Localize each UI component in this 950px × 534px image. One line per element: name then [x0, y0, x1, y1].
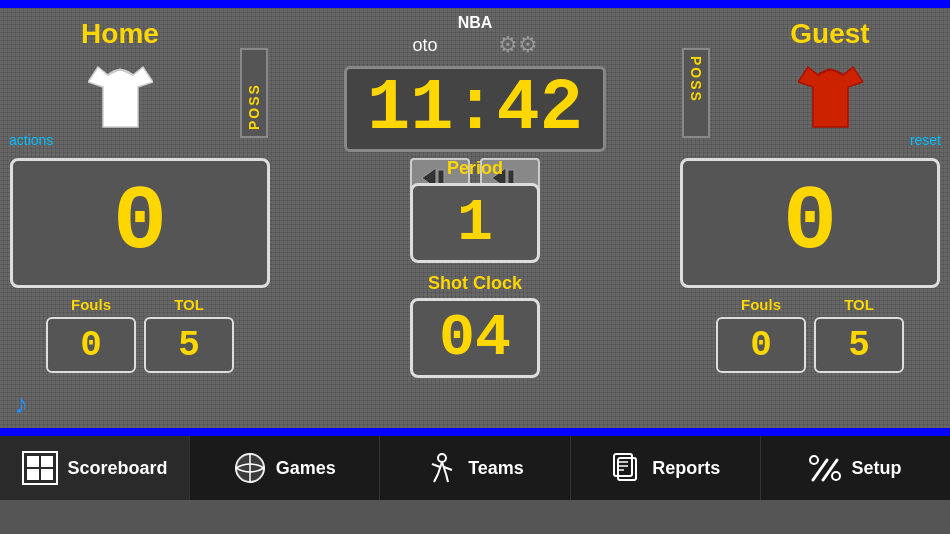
- teams-icon: [426, 452, 458, 484]
- shot-clock-value: 04: [439, 304, 511, 372]
- clock-time: 11:42: [367, 73, 583, 145]
- guest-score: 0: [783, 172, 837, 274]
- nav-label-setup: Setup: [851, 458, 901, 479]
- svg-point-27: [810, 456, 818, 464]
- setup-icon: [809, 452, 841, 484]
- center-controls: Period 1 Shot Clock 04: [410, 158, 540, 378]
- oto-gear-row: oto ⚙⚙: [412, 32, 537, 58]
- guest-fouls-value: 0: [750, 325, 772, 366]
- nav-item-games[interactable]: Games: [190, 436, 380, 500]
- home-tol-box[interactable]: 5: [144, 317, 234, 373]
- svg-marker-0: [88, 67, 153, 127]
- home-tol-column: TOL 5: [144, 296, 234, 373]
- svg-line-14: [438, 462, 442, 474]
- bottom-navigation: Scoreboard Games Teams: [0, 436, 950, 500]
- svg-marker-1: [798, 67, 863, 127]
- oto-label: oto: [412, 35, 437, 56]
- nav-label-scoreboard: Scoreboard: [68, 458, 168, 479]
- top-blue-strip: [0, 0, 950, 8]
- poss-left-indicator[interactable]: POSS: [240, 48, 268, 138]
- home-fouls-label: Fouls: [71, 296, 111, 313]
- music-note-button[interactable]: ♪: [14, 388, 28, 420]
- guest-tol-value: 5: [848, 325, 870, 366]
- guest-score-section: 0 Fouls 0 TOL 5: [680, 158, 940, 373]
- scoreboard-icon-cell-4: [41, 469, 53, 480]
- home-score-section: 0 Fouls 0 TOL 5: [10, 158, 270, 373]
- nav-label-games: Games: [276, 458, 336, 479]
- svg-line-18: [432, 464, 440, 467]
- scoreboard-icon: [22, 451, 58, 485]
- guest-fouls-box[interactable]: 0: [716, 317, 806, 373]
- actions-button[interactable]: actions: [9, 132, 53, 148]
- guest-fouls-column: Fouls 0: [716, 296, 806, 373]
- scores-stats-section: 0 Fouls 0 TOL 5 Period: [10, 158, 940, 378]
- svg-point-13: [438, 454, 446, 462]
- scoreboard-icon-cell-2: [41, 456, 53, 467]
- nav-item-scoreboard[interactable]: Scoreboard: [0, 436, 190, 500]
- home-fouls-box[interactable]: 0: [46, 317, 136, 373]
- guest-stats-group: Fouls 0 TOL 5: [716, 296, 904, 373]
- main-scoreboard-area: NBA Home Guest POSS POSS: [0, 8, 950, 428]
- guest-score-box[interactable]: 0: [680, 158, 940, 288]
- nav-item-setup[interactable]: Setup: [761, 436, 950, 500]
- home-score-box[interactable]: 0: [10, 158, 270, 288]
- home-stats-group: Fouls 0 TOL 5: [46, 296, 234, 373]
- svg-line-17: [446, 474, 448, 482]
- period-box[interactable]: 1: [410, 183, 540, 263]
- svg-line-16: [434, 474, 438, 482]
- home-team-name: Home: [81, 18, 159, 50]
- scoreboard-icon-cell-3: [27, 469, 39, 480]
- home-tol-value: 5: [178, 325, 200, 366]
- guest-fouls-label: Fouls: [741, 296, 781, 313]
- shot-clock-box[interactable]: 04: [410, 298, 540, 378]
- guest-team-name: Guest: [790, 18, 869, 50]
- svg-point-28: [832, 472, 840, 480]
- clock-display-box[interactable]: 11:42: [344, 66, 606, 152]
- home-score: 0: [113, 172, 167, 274]
- guest-team-section: Guest: [720, 18, 940, 134]
- guest-tol-box[interactable]: 5: [814, 317, 904, 373]
- home-team-section: Home: [10, 18, 230, 134]
- scoreboard-icon-cell-1: [27, 456, 39, 467]
- league-label: NBA: [458, 14, 493, 32]
- home-fouls-value: 0: [80, 325, 102, 366]
- poss-right-indicator[interactable]: POSS: [682, 48, 710, 138]
- home-fouls-column: Fouls 0: [46, 296, 136, 373]
- gear-icon[interactable]: ⚙⚙: [498, 32, 538, 58]
- period-value: 1: [457, 189, 493, 257]
- guest-jersey-icon: [798, 57, 863, 132]
- guest-tol-label: TOL: [844, 296, 874, 313]
- basketball-icon: [234, 452, 266, 484]
- guest-tol-column: TOL 5: [814, 296, 904, 373]
- nav-item-teams[interactable]: Teams: [380, 436, 570, 500]
- shot-clock-label: Shot Clock: [428, 273, 522, 294]
- home-jersey: [80, 54, 160, 134]
- reset-button[interactable]: reset: [910, 132, 941, 148]
- bottom-blue-strip: [0, 428, 950, 436]
- nav-label-teams: Teams: [468, 458, 524, 479]
- nav-label-reports: Reports: [652, 458, 720, 479]
- nav-item-reports[interactable]: Reports: [571, 436, 761, 500]
- period-label: Period: [447, 158, 503, 179]
- guest-jersey: [790, 54, 870, 134]
- reports-icon: [610, 452, 642, 484]
- home-jersey-icon: [88, 57, 153, 132]
- home-tol-label: TOL: [174, 296, 204, 313]
